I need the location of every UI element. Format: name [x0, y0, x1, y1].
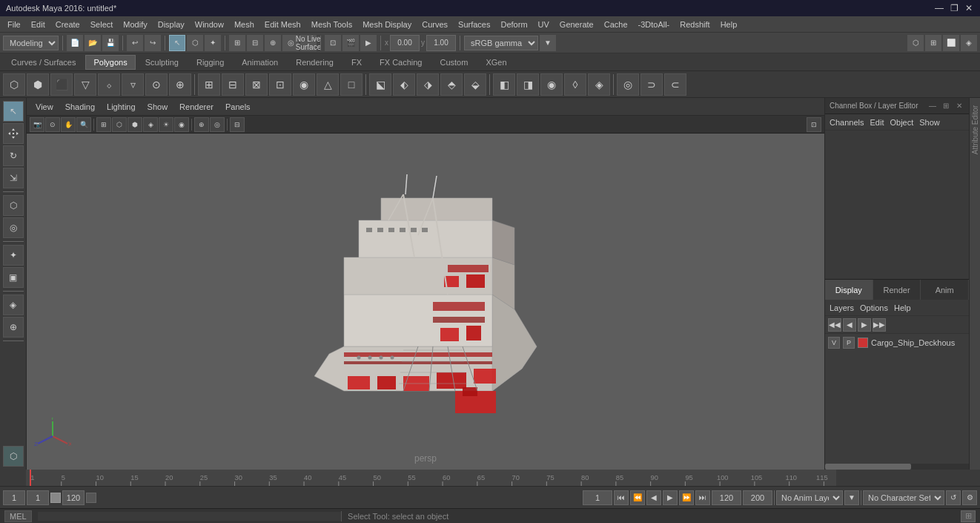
lasso-tool-btn[interactable]: ⬡ [187, 35, 203, 51]
shelf-pipe[interactable]: ⊕ [169, 73, 191, 96]
shelf-merge[interactable]: ⬙ [464, 73, 486, 96]
panel-minimize-btn[interactable]: — [927, 101, 938, 111]
vp-panels-menu[interactable]: Panels [221, 102, 255, 112]
shelf-disc[interactable]: ⊙ [145, 73, 168, 96]
vp-camera-btn[interactable]: 📷 [30, 117, 44, 132]
mel-input[interactable] [38, 512, 341, 521]
shelf-collapse[interactable]: ⬘ [440, 73, 463, 96]
live-surface-btn[interactable]: No Live Surface [300, 35, 317, 51]
lasso-btn[interactable]: ◎ [3, 217, 24, 238]
render-btn[interactable]: 🎬 [342, 35, 359, 51]
select-btn[interactable]: ↖ [3, 101, 24, 122]
vp-renderer-menu[interactable]: Renderer [175, 102, 218, 112]
playhead[interactable] [30, 470, 31, 486]
mode-dropdown[interactable]: Modeling [3, 36, 59, 50]
vp-zoom-btn[interactable]: 🔍 [76, 117, 91, 132]
rotate-btn[interactable]: ↻ [3, 145, 24, 166]
y-input[interactable]: 1.00 [426, 35, 456, 51]
paint-select-btn[interactable]: ✦ [205, 35, 221, 51]
menu-deform[interactable]: Deform [496, 19, 532, 30]
vp-view-menu[interactable]: View [31, 102, 58, 112]
object-menu[interactable]: Object [890, 118, 913, 127]
history-btn[interactable]: ⊡ [325, 35, 341, 51]
playback-end-field[interactable] [712, 490, 741, 505]
shelf-target-weld[interactable]: ◎ [617, 73, 639, 96]
play-last-btn[interactable]: ⏭ [695, 490, 710, 505]
menu-display[interactable]: Display [153, 19, 189, 30]
vp-show-menu[interactable]: Show [143, 102, 173, 112]
menu-mesh-display[interactable]: Mesh Display [358, 19, 416, 30]
playback-frame-field[interactable] [583, 490, 612, 505]
soft-select-btn[interactable]: ▣ [3, 267, 24, 288]
vp-bookmark-btn[interactable]: ⊡ [807, 117, 821, 132]
play-prev-key-btn[interactable]: ⏪ [630, 490, 645, 505]
shelf-fill-hole[interactable]: ⬗ [417, 73, 439, 96]
menu-3dtoall[interactable]: -3DtoAll- [634, 19, 675, 30]
vp-light-btn[interactable]: ☀ [159, 117, 173, 132]
pivot-btn[interactable]: ◈ [3, 295, 24, 315]
tab-xgen[interactable]: XGen [477, 55, 514, 70]
vp-lighting-menu[interactable]: Lighting [102, 102, 140, 112]
char-set-select[interactable]: No Character Set [863, 490, 944, 505]
vp-texture-btn[interactable]: ◈ [143, 117, 158, 132]
tab-rendering[interactable]: Rendering [288, 55, 342, 70]
tab-animation[interactable]: Animation [234, 55, 286, 70]
mel-label[interactable]: MEL [4, 510, 32, 522]
undo-btn[interactable]: ↩ [127, 35, 143, 51]
right-icon4[interactable]: ◈ [961, 35, 977, 51]
menu-mesh[interactable]: Mesh [230, 19, 259, 30]
vp-smooth-btn[interactable]: ⬢ [128, 117, 142, 132]
layer-scrollbar[interactable] [825, 464, 969, 470]
frame-fill[interactable] [86, 493, 96, 503]
tab-rigging[interactable]: Rigging [188, 55, 232, 70]
playback-max-field[interactable] [743, 490, 772, 505]
menu-help[interactable]: Help [716, 19, 742, 30]
menu-cache[interactable]: Cache [600, 19, 632, 30]
close-btn[interactable]: ✕ [964, 3, 974, 13]
tab-custom[interactable]: Custom [432, 55, 477, 70]
maximize-btn[interactable]: ❐ [949, 3, 959, 13]
shelf-offset-loop[interactable]: ◨ [517, 73, 539, 96]
shelf-torus[interactable]: ⬦ [98, 73, 120, 96]
status-icon-btn[interactable]: ⊞ [961, 510, 976, 522]
menu-mesh-tools[interactable]: Mesh Tools [307, 19, 357, 30]
paint-btn[interactable]: ✦ [3, 245, 24, 266]
snap-point-btn[interactable]: ⊕ [265, 35, 281, 51]
shelf-quadrangulate[interactable]: □ [340, 73, 362, 96]
tab-fx[interactable]: FX [343, 55, 370, 70]
char-set-btn2[interactable]: ⚙ [962, 490, 977, 505]
move-btn[interactable] [3, 123, 24, 144]
shelf-triangulate[interactable]: △ [317, 73, 339, 96]
shelf-combine[interactable]: ⊞ [198, 73, 220, 96]
snap-curve-btn[interactable]: ⊟ [247, 35, 263, 51]
anim-tab[interactable]: Anim [921, 280, 969, 300]
layer-help-menu[interactable]: Help [894, 303, 911, 312]
shelf-sphere[interactable]: ⬡ [3, 73, 25, 96]
layer-nav-prev[interactable]: ◀ [843, 318, 856, 332]
minimize-btn[interactable]: — [934, 3, 944, 13]
layer-nav-last[interactable]: ▶▶ [873, 318, 886, 332]
shelf-bevel[interactable]: ◈ [588, 73, 610, 96]
anim-layer-select[interactable]: No Anim Layer [776, 490, 843, 505]
new-scene-btn[interactable]: 📄 [67, 35, 83, 51]
menu-generate[interactable]: Generate [555, 19, 598, 30]
shelf-multicut[interactable]: ◊ [564, 73, 586, 96]
redo-btn[interactable]: ↪ [145, 35, 161, 51]
select-tool-btn[interactable]: ↖ [169, 35, 185, 51]
menu-edit-mesh[interactable]: Edit Mesh [260, 19, 305, 30]
shelf-extrude[interactable]: ⬕ [369, 73, 391, 96]
snap-grid-btn[interactable]: ⊞ [229, 35, 245, 51]
char-set-btn1[interactable]: ↺ [946, 490, 961, 505]
vp-shading-menu[interactable]: Shading [61, 102, 99, 112]
shelf-cut-tool[interactable]: ◉ [540, 73, 563, 96]
channels-menu[interactable]: Channels [830, 118, 864, 127]
shelf-separate[interactable]: ⊟ [222, 73, 244, 96]
right-icon3[interactable]: ⬜ [943, 35, 959, 51]
menu-uv[interactable]: UV [534, 19, 554, 30]
shelf-extract[interactable]: ⊠ [245, 73, 268, 96]
show-menu[interactable]: Show [919, 118, 940, 127]
edit-menu[interactable]: Edit [870, 118, 884, 127]
vp-wireframe-btn[interactable]: ⬡ [112, 117, 127, 132]
viewport-canvas[interactable]: persp X Y Z [27, 134, 824, 470]
vp-orbit-btn[interactable]: ⊙ [45, 117, 60, 132]
